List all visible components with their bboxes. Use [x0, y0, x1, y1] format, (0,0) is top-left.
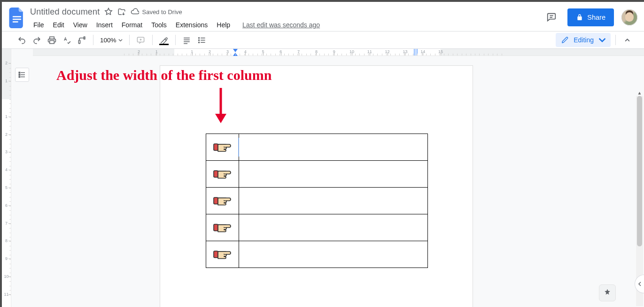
table-row[interactable] — [206, 188, 428, 214]
add-comment-button[interactable] — [134, 33, 147, 47]
menu-format[interactable]: Format — [118, 19, 146, 31]
title-bar: Untitled document Saved to Drive File Ed… — [2, 2, 644, 31]
table-cell[interactable] — [239, 161, 428, 188]
svg-rect-2 — [13, 21, 18, 22]
editing-mode-label: Editing — [574, 36, 594, 44]
ruler-tick: 10 — [2, 274, 11, 279]
ruler-tick: 2 — [2, 61, 11, 65]
toolbar-separator — [175, 35, 176, 45]
align-button[interactable] — [180, 33, 194, 47]
menu-view[interactable]: View — [70, 19, 91, 31]
ruler-tick: 4 — [2, 167, 11, 172]
spellcheck-button[interactable] — [60, 33, 73, 47]
line-spacing-button[interactable] — [195, 33, 209, 47]
undo-button[interactable] — [15, 33, 28, 47]
menu-edit[interactable]: Edit — [50, 19, 68, 31]
left-gutter — [11, 49, 33, 307]
open-comments-button[interactable] — [543, 9, 560, 26]
save-status[interactable]: Saved to Drive — [131, 8, 182, 16]
lock-icon — [576, 14, 583, 21]
menu-tools[interactable]: Tools — [148, 19, 170, 31]
toolbar-separator — [152, 35, 153, 45]
pencil-icon — [561, 36, 569, 44]
table-cell[interactable] — [239, 134, 428, 161]
ruler-tick: 2 — [2, 132, 11, 137]
svg-rect-0 — [13, 16, 21, 17]
menu-help[interactable]: Help — [213, 19, 233, 31]
text-cursor — [238, 138, 239, 157]
vertical-ruler[interactable]: 211234567891011 — [2, 49, 11, 307]
toolbar-separator — [129, 35, 130, 45]
table-cell-icon[interactable] — [206, 188, 239, 214]
table-cell-icon[interactable] — [206, 134, 239, 161]
table-cell[interactable] — [239, 241, 428, 268]
workspace: 211234567891011 21123456789101112131415 … — [2, 49, 644, 307]
ruler-tick: 8 — [2, 238, 11, 243]
table-cell-icon[interactable] — [206, 241, 239, 268]
pointing-right-icon — [213, 167, 232, 181]
ruler-tick: 7 — [2, 221, 11, 226]
ruler-tick: 5 — [2, 185, 11, 190]
editing-mode-select[interactable]: Editing — [556, 33, 611, 47]
last-edit-link[interactable]: Last edit was seconds ago — [242, 21, 320, 29]
doc-meta: Untitled document Saved to Drive File Ed… — [30, 6, 543, 31]
document-page[interactable] — [160, 65, 473, 307]
table-row[interactable] — [206, 161, 428, 188]
svg-rect-6 — [49, 40, 54, 43]
scroll-up-icon[interactable]: ▲ — [636, 89, 643, 96]
menu-bar: File Edit View Insert Format Tools Exten… — [30, 19, 543, 31]
docs-logo-icon[interactable] — [8, 7, 25, 29]
ruler-tick: 1 — [2, 114, 11, 119]
toolbar-separator — [615, 35, 616, 45]
table-cell-icon[interactable] — [206, 161, 239, 188]
table-cell[interactable] — [239, 188, 428, 214]
table-cell[interactable] — [239, 214, 428, 241]
redo-button[interactable] — [30, 33, 43, 47]
toolbar-separator — [93, 35, 93, 45]
explore-button[interactable] — [599, 284, 616, 301]
table-row[interactable] — [206, 214, 428, 241]
ruler-tick: 6 — [2, 203, 11, 208]
pointing-right-icon — [213, 194, 232, 208]
share-button[interactable]: Share — [567, 8, 614, 26]
save-status-text: Saved to Drive — [142, 8, 182, 16]
collapse-toolbar-button[interactable] — [621, 33, 634, 47]
table-row[interactable] — [206, 134, 428, 161]
doc-title[interactable]: Untitled document — [30, 7, 100, 17]
menu-insert[interactable]: Insert — [93, 19, 116, 31]
toolbar: 100% Editing — [2, 31, 644, 49]
pointing-right-icon — [213, 247, 232, 261]
menu-extensions[interactable]: Extensions — [172, 19, 211, 31]
print-button[interactable] — [45, 33, 58, 47]
move-to-folder-icon[interactable] — [117, 8, 126, 16]
cloud-saved-icon — [131, 8, 139, 16]
document-outline-button[interactable] — [15, 68, 29, 82]
chevron-down-icon — [118, 38, 123, 42]
table-row[interactable] — [206, 241, 428, 268]
paint-format-button[interactable] — [75, 33, 88, 47]
ruler-tick: 9 — [2, 256, 11, 261]
svg-point-18 — [199, 37, 200, 38]
text-color-button[interactable] — [157, 33, 171, 47]
zoom-select[interactable]: 100% — [98, 37, 124, 44]
ruler-tick: 11 — [2, 292, 11, 297]
star-icon[interactable] — [104, 8, 113, 16]
svg-rect-25 — [19, 74, 20, 75]
ruler-tick: 1 — [2, 79, 11, 83]
horizontal-ruler[interactable]: 21123456789101112131415 — [33, 49, 644, 56]
svg-rect-26 — [19, 76, 20, 77]
svg-point-20 — [199, 42, 200, 43]
svg-point-19 — [199, 39, 200, 40]
table-cell-icon[interactable] — [206, 214, 239, 241]
pointing-right-icon — [213, 140, 232, 154]
share-label: Share — [587, 14, 605, 21]
pointing-right-icon — [213, 220, 232, 235]
menu-file[interactable]: File — [30, 19, 47, 31]
svg-rect-1 — [13, 19, 21, 20]
document-viewport[interactable]: Adjust the width of the first column — [33, 56, 644, 307]
ruler-tick: 3 — [2, 150, 11, 154]
account-avatar[interactable] — [621, 9, 637, 25]
first-line-indent-marker[interactable] — [233, 49, 238, 52]
scrollbar-thumb[interactable] — [637, 96, 642, 246]
chevron-down-icon — [598, 36, 606, 44]
